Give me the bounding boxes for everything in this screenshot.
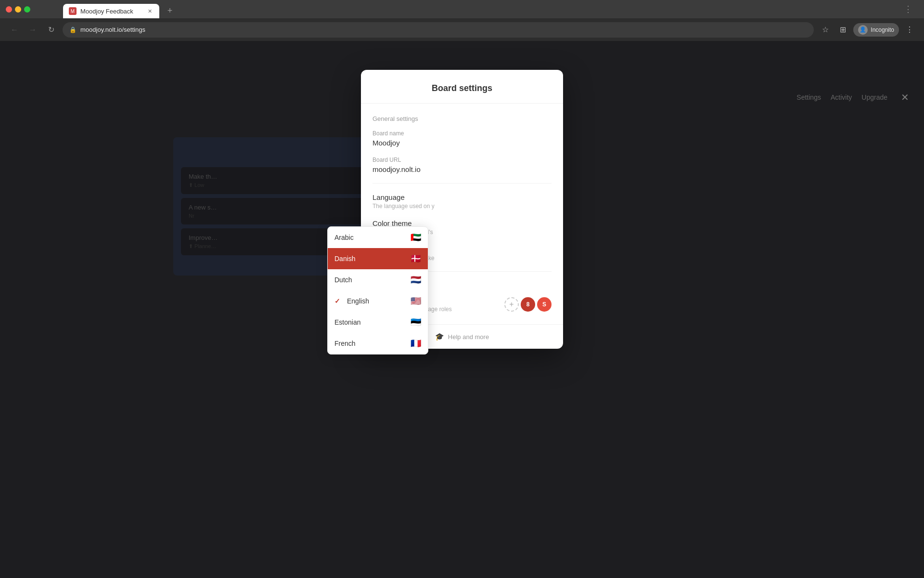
browser-options-button[interactable]: ⋮	[903, 23, 916, 37]
forward-button[interactable]: →	[26, 23, 39, 37]
add-member-button[interactable]: +	[504, 297, 519, 312]
arabic-flag: 🇦🇪	[411, 232, 421, 243]
divider	[372, 183, 552, 184]
team-avatar-2: S	[537, 297, 552, 312]
bookmark-button[interactable]: ☆	[819, 23, 832, 37]
maximize-window-button[interactable]	[24, 6, 30, 13]
language-row: Language The language used on y	[372, 193, 552, 210]
english-label: English	[347, 297, 369, 305]
dropdown-item-english[interactable]: ✓ English 🇺🇸	[328, 290, 428, 312]
tab-bar: M Moodjoy Feedback ✕ +	[34, 1, 177, 18]
estonian-flag: 🇪🇪	[411, 317, 421, 328]
french-label: French	[334, 340, 356, 347]
incognito-indicator: 👤 Incognito	[853, 23, 899, 37]
incognito-label: Incognito	[871, 26, 894, 33]
toolbar-actions: ☆ ⊞ 👤 Incognito ⋮	[819, 23, 916, 37]
address-text: moodjoy.nolt.io/settings	[80, 26, 145, 33]
active-tab[interactable]: M Moodjoy Feedback ✕	[63, 4, 159, 18]
reload-button[interactable]: ↻	[44, 23, 58, 37]
address-bar[interactable]: 🔒 moodjoy.nolt.io/settings	[63, 22, 814, 38]
team-avatar-1: 8	[521, 297, 535, 312]
board-url-label: Board URL	[372, 157, 552, 163]
lock-icon: 🔒	[69, 26, 77, 33]
modal-header: Board settings	[361, 70, 563, 104]
tab-close-button[interactable]: ✕	[146, 7, 154, 15]
back-button[interactable]: ←	[8, 23, 21, 37]
board-url-value: moodjoy.nolt.io	[372, 165, 552, 173]
minimize-window-button[interactable]	[15, 6, 21, 13]
board-url-field: Board URL moodjoy.nolt.io	[372, 157, 552, 173]
language-dropdown: Arabic 🇦🇪 Danish 🇩🇰 Dutch 🇳🇱 ✓ English 🇺…	[327, 226, 428, 355]
estonian-label: Estonian	[334, 318, 360, 326]
general-section-label: General settings	[372, 115, 552, 122]
french-flag: 🇫🇷	[411, 338, 421, 349]
new-tab-button[interactable]: +	[163, 4, 177, 17]
tab-search-button[interactable]: ⊞	[836, 23, 849, 37]
modal-overlay: Board settings General settings Board na…	[0, 41, 924, 578]
dropdown-item-french[interactable]: French 🇫🇷	[328, 333, 428, 354]
board-name-value: Moodjoy	[372, 139, 552, 147]
dropdown-item-dutch[interactable]: Dutch 🇳🇱	[328, 269, 428, 290]
modal-title: Board settings	[372, 83, 552, 93]
dropdown-item-arabic[interactable]: Arabic 🇦🇪	[328, 227, 428, 248]
tab-favicon: M	[69, 7, 77, 15]
danish-label: Danish	[334, 255, 356, 263]
browser-chrome: M Moodjoy Feedback ✕ + ⋮ ← → ↻ 🔒 moodjoy…	[0, 0, 924, 41]
danish-flag: 🇩🇰	[411, 253, 421, 264]
close-window-button[interactable]	[6, 6, 12, 13]
board-name-label: Board name	[372, 130, 552, 137]
help-icon: 🎓	[435, 332, 444, 341]
language-title: Language	[372, 193, 552, 201]
dropdown-item-estonian[interactable]: Estonian 🇪🇪	[328, 312, 428, 333]
english-checkmark: ✓	[334, 297, 340, 305]
dutch-flag: 🇳🇱	[411, 275, 421, 285]
browser-toolbar: ← → ↻ 🔒 moodjoy.nolt.io/settings ☆ ⊞ 👤 I…	[0, 18, 924, 41]
language-row-left: Language The language used on y	[372, 193, 552, 210]
incognito-avatar: 👤	[858, 25, 868, 35]
traffic-lights	[6, 6, 30, 13]
help-link[interactable]: Help and more	[448, 333, 489, 341]
dropdown-item-danish[interactable]: Danish 🇩🇰	[328, 248, 428, 269]
team-avatars: + 8 S	[504, 297, 552, 312]
browser-titlebar: M Moodjoy Feedback ✕ + ⋮	[0, 0, 924, 18]
browser-menu-button[interactable]: ⋮	[904, 4, 912, 14]
dutch-label: Dutch	[334, 276, 352, 284]
arabic-label: Arabic	[334, 234, 354, 241]
english-flag: 🇺🇸	[411, 296, 421, 306]
language-desc: The language used on y	[372, 203, 552, 210]
board-name-field: Board name Moodjoy	[372, 130, 552, 147]
tab-title: Moodjoy Feedback	[80, 8, 142, 15]
